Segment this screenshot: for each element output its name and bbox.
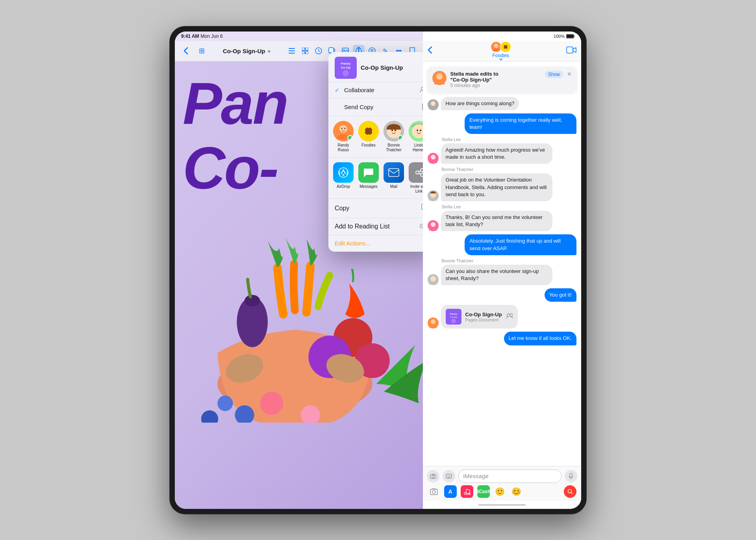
mic-button[interactable] [565, 470, 577, 482]
svg-point-61 [416, 171, 419, 174]
svg-point-79 [507, 46, 510, 48]
msg-group-3: Stella Lee Agreed! Amazing how much prog… [428, 137, 576, 164]
notif-content: Stella made edits to "Co-Op Sign-Up" 5 m… [450, 71, 541, 88]
person-bonnie[interactable]: BonnieThatcher [383, 121, 405, 152]
messages-panel: 100% [423, 32, 581, 509]
message-input-field[interactable]: iMessage [458, 469, 561, 483]
messages-input-bar: iMessage [423, 466, 581, 501]
list-button[interactable] [286, 45, 298, 57]
invite-link-label: Invite withLink [410, 184, 423, 194]
notif-show-button[interactable]: Show [545, 71, 563, 78]
group-name[interactable]: Foodies [492, 53, 509, 61]
title-text: Co-Op Sign-Up [223, 48, 265, 54]
doc-collab-icon [506, 313, 513, 320]
svg-point-18 [245, 295, 260, 306]
svg-point-44 [359, 129, 365, 133]
notif-close-button[interactable]: ✕ [567, 71, 572, 77]
document-view-button[interactable]: ⊞ [195, 45, 208, 57]
person-randy[interactable]: RandyRusso [332, 121, 354, 152]
invite-link-icon [409, 162, 423, 183]
document-title: Co-Op Sign-Up ✦ [211, 48, 283, 54]
svg-point-104 [432, 490, 435, 494]
time-display: 9:41 AM [181, 33, 199, 39]
reading-list-row[interactable]: Add to Reading List [328, 218, 423, 235]
notif-title: Stella made edits to [450, 71, 541, 77]
doc-share-row: Pantry Co-Op Co-Op Sign-Up Pages Documen… [428, 305, 576, 328]
messages-icon [358, 162, 379, 183]
app-row: AirDrop Messages [328, 158, 423, 199]
message-row: Great job on the Volunteer Orientation H… [428, 173, 576, 201]
bubble-text: Great job on the Volunteer Orientation H… [441, 173, 553, 201]
sender-avatar-1 [428, 99, 439, 110]
tray-camera-button[interactable] [428, 485, 440, 498]
input-row: iMessage [427, 469, 577, 483]
doc-thumbnail-small: Pantry Co-Op [446, 309, 461, 325]
svg-point-27 [260, 392, 283, 415]
person-foodies[interactable]: Foodies [358, 121, 380, 152]
svg-rect-67 [422, 204, 423, 210]
svg-point-92 [507, 314, 510, 317]
messages-app-item[interactable]: Messages [358, 162, 380, 194]
bonnie-avatar [384, 121, 404, 141]
edit-actions-label: Edit Actions... [335, 240, 371, 247]
share-sheet-header: Pantry Co-Op Co-Op Sign-Up [328, 52, 423, 82]
messages-content[interactable]: Stella made edits to "Co-Op Sign-Up" 5 m… [423, 61, 581, 466]
tray-cash-button[interactable]: $Cash [477, 485, 490, 498]
edit-actions-row[interactable]: Edit Actions... [328, 235, 423, 252]
notification-banner[interactable]: Stella made edits to "Co-Op Sign-Up" 5 m… [428, 67, 576, 92]
svg-point-59 [343, 174, 344, 176]
date-display: Mon Jun 6 [201, 33, 223, 39]
foodies-avatar [358, 121, 379, 141]
svg-rect-73 [567, 35, 573, 38]
svg-point-42 [367, 122, 371, 128]
sender-avatar-bonnie2 [428, 274, 439, 285]
tray-emoji-button[interactable]: 😊 [510, 485, 523, 498]
svg-rect-1 [289, 50, 295, 51]
messages-group-info: Foodies [435, 41, 566, 61]
clock-button[interactable] [313, 45, 324, 57]
svg-point-24 [201, 410, 218, 422]
video-call-button[interactable] [566, 46, 576, 56]
back-button[interactable] [180, 45, 192, 57]
star-icon: ✦ [267, 49, 271, 54]
message-row: Absolutely. Just finishing that up and w… [428, 234, 576, 255]
battery-display: 100% [554, 34, 575, 39]
keyboard-button[interactable] [443, 470, 455, 482]
mail-item[interactable]: Mail [383, 162, 405, 194]
person-linda[interactable]: LindaHamed [408, 121, 423, 152]
apps-tray-row: A $Cash 🙂 😊 [427, 485, 577, 498]
copy-row[interactable]: Copy [328, 199, 423, 218]
collaborate-row[interactable]: ✓ Collaborate [328, 82, 423, 98]
svg-point-32 [343, 70, 349, 76]
notif-avatar [432, 71, 447, 85]
reading-list-label: Add to Reading List [335, 223, 420, 230]
svg-point-39 [345, 128, 346, 129]
invite-link-item[interactable]: Invite withLink [408, 162, 423, 194]
device-frame: 9:41 AM Mon Jun 6 ⊞ Co-Op Sign-Up ✦ [169, 26, 587, 514]
tray-memoji-button[interactable]: 🙂 [494, 485, 506, 498]
svg-rect-60 [389, 169, 399, 176]
message-row: How are things coming along? [428, 97, 576, 110]
airdrop-item[interactable]: AirDrop [332, 162, 354, 194]
mail-icon [384, 162, 404, 183]
status-bar-left: 9:41 AM Mon Jun 6 [175, 32, 423, 41]
msg-group-1: How are things coming along? [428, 97, 576, 110]
message-row: Thanks, B! Can you send me the volunteer… [428, 211, 576, 231]
send-copy-row[interactable]: ✓ Send Copy [328, 98, 423, 116]
tray-appstore-button[interactable]: A [444, 485, 457, 498]
sender-avatar-bonnie [428, 190, 439, 201]
doc-share-bubble[interactable]: Pantry Co-Op Co-Op Sign-Up Pages Documen… [441, 305, 518, 328]
table-button[interactable] [299, 45, 311, 57]
messages-back-button[interactable] [428, 46, 432, 56]
randy-status-dot [347, 135, 353, 141]
msg-group-2: Everything is coming together really wel… [428, 113, 576, 134]
sender-avatar-doc [428, 317, 439, 328]
tray-search-button[interactable] [564, 485, 576, 498]
svg-rect-5 [302, 51, 305, 54]
camera-input-button[interactable] [427, 470, 439, 482]
svg-point-77 [504, 48, 507, 52]
svg-point-83 [431, 155, 435, 160]
svg-rect-3 [302, 48, 305, 50]
tray-music-button[interactable] [461, 485, 473, 498]
randy-name: RandyRusso [338, 143, 349, 152]
